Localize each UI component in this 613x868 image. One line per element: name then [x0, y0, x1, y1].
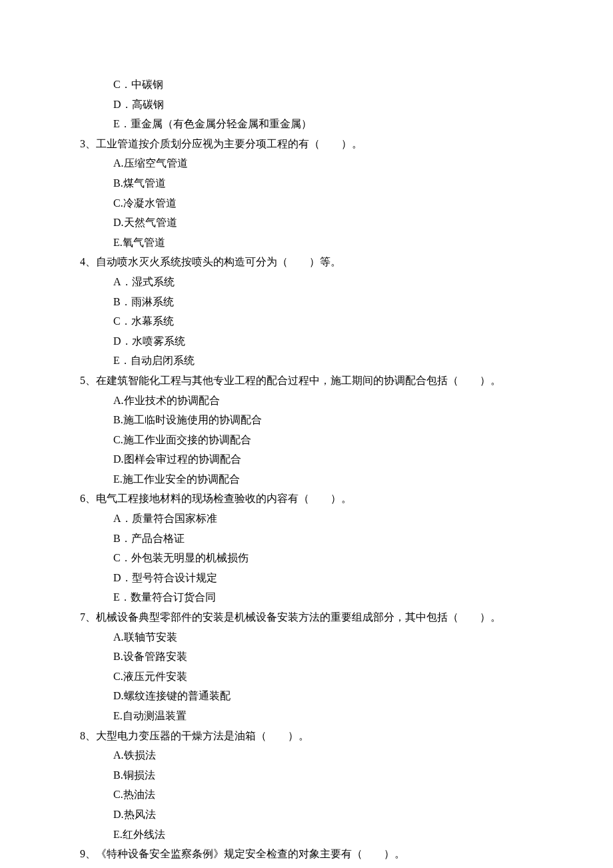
q4-option-c: C．水幕系统 — [80, 313, 573, 330]
q7-option-e: E.自动测温装置 — [80, 707, 573, 725]
q6-option-a: A．质量符合国家标准 — [80, 510, 573, 527]
q5-option-b: B.施工临时设施使用的协调配合 — [80, 411, 573, 429]
q6-option-c: C．外包装无明显的机械损伤 — [80, 549, 573, 567]
question-9: 9、《特种设备安全监察条例》规定安全检查的对象主要有（ ）。 — [80, 845, 573, 863]
q3-option-e: E.氧气管道 — [80, 234, 573, 251]
page: C．中碳钢 D．高碳钢 E．重金属（有色金属分轻金属和重金属） 3、工业管道按介… — [0, 0, 613, 868]
question-3: 3、工业管道按介质划分应视为主要分项工程的有（ ）。 — [80, 135, 573, 153]
q3-option-c: C.冷凝水管道 — [80, 195, 573, 212]
q7-option-d: D.螺纹连接键的普通装配 — [80, 687, 573, 705]
page-content: C．中碳钢 D．高碳钢 E．重金属（有色金属分轻金属和重金属） 3、工业管道按介… — [0, 76, 613, 868]
question-4: 4、自动喷水灭火系统按喷头的构造可分为（ ）等。 — [80, 253, 573, 271]
q6-option-d: D．型号符合设计规定 — [80, 569, 573, 587]
q4-option-e: E．自动启闭系统 — [80, 352, 573, 369]
q8-option-b: B.铜损法 — [80, 767, 573, 784]
q4-option-a: A．湿式系统 — [80, 273, 573, 291]
q3-option-a: A.压缩空气管道 — [80, 155, 573, 172]
q7-option-b: B.设备管路安装 — [80, 648, 573, 665]
question-6: 6、电气工程接地材料的现场检查验收的内容有（ ）。 — [80, 490, 573, 507]
question-7: 7、机械设备典型零部件的安装是机械设备安装方法的重要组成部分，其中包括（ ）。 — [80, 609, 573, 626]
pre-option-d: D．高碳钢 — [80, 96, 573, 113]
q5-option-c: C.施工作业面交接的协调配合 — [80, 431, 573, 449]
q3-option-d: D.天然气管道 — [80, 214, 573, 231]
q3-option-b: B.煤气管道 — [80, 175, 573, 192]
pre-option-e: E．重金属（有色金属分轻金属和重金属） — [80, 115, 573, 133]
q7-option-a: A.联轴节安装 — [80, 629, 573, 646]
q6-option-e: E．数量符合订货合同 — [80, 589, 573, 606]
q5-option-d: D.图样会审过程的协调配合 — [80, 451, 573, 468]
question-8: 8、大型电力变压器的干燥方法是油箱（ ）。 — [80, 727, 573, 745]
q5-option-e: E.施工作业安全的协调配合 — [80, 471, 573, 488]
pre-option-c: C．中碳钢 — [80, 76, 573, 93]
q8-option-e: E.红外线法 — [80, 826, 573, 843]
q4-option-b: B．雨淋系统 — [80, 293, 573, 311]
q4-option-d: D．水喷雾系统 — [80, 333, 573, 350]
q5-option-a: A.作业技术的协调配合 — [80, 392, 573, 409]
q6-option-b: B．产品合格证 — [80, 530, 573, 547]
q7-option-c: C.液压元件安装 — [80, 668, 573, 685]
q8-option-d: D.热风法 — [80, 806, 573, 823]
q8-option-a: A.铁损法 — [80, 747, 573, 764]
q8-option-c: C.热油法 — [80, 786, 573, 803]
q9-option-a: A.特种设备的生产单位 — [80, 865, 573, 868]
question-5: 5、在建筑智能化工程与其他专业工程的配合过程中，施工期间的协调配合包括（ ）。 — [80, 372, 573, 389]
